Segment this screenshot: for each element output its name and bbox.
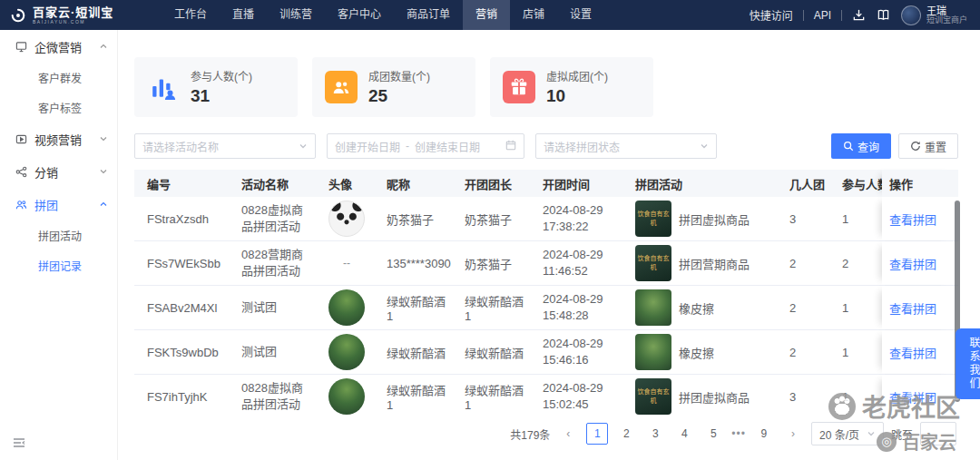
cell-product: 橡皮擦 xyxy=(679,299,714,317)
chevron-down-icon xyxy=(99,132,108,146)
page-button-4[interactable]: 4 xyxy=(673,423,695,445)
status-select-placeholder: 请选择拼团状态 xyxy=(544,139,620,154)
cell-participants: 1 xyxy=(835,197,882,240)
nav-item-workbench[interactable]: 工作台 xyxy=(162,0,220,30)
product-thumbnail: 饮食自有玄机 xyxy=(635,201,671,237)
sidebar-item-customer-tags[interactable]: 客户标签 xyxy=(0,93,117,122)
page-button-1[interactable]: 1 xyxy=(586,423,608,445)
page-button-2[interactable]: 2 xyxy=(615,423,637,445)
date-range-picker[interactable]: 创建开始日期 - 创建结束日期 xyxy=(327,133,524,159)
page-button-5[interactable]: 5 xyxy=(702,423,724,445)
nav-item-orders[interactable]: 商品订单 xyxy=(394,0,463,30)
avatar xyxy=(328,289,365,326)
nav-item-customer-center[interactable]: 客户中心 xyxy=(325,0,394,30)
col-group-size: 几人团 xyxy=(782,170,835,197)
nav-item-live[interactable]: 直播 xyxy=(220,0,267,30)
view-group-link[interactable]: 查看拼团 xyxy=(889,344,936,361)
cell-leader: 绿蚁新醅酒 xyxy=(457,330,535,374)
col-time: 开团时间 xyxy=(535,170,628,197)
next-page-button[interactable]: › xyxy=(782,423,804,445)
user-avatar xyxy=(901,5,921,25)
thumb-caption: 饮食自有玄机 xyxy=(637,254,670,272)
avatar-placeholder-text: -- xyxy=(343,257,350,269)
stat-label: 虚拟成团(个) xyxy=(546,68,608,83)
sidebar-group-video-marketing[interactable]: 视频营销 xyxy=(0,122,117,155)
view-group-link[interactable]: 查看拼团 xyxy=(889,255,936,272)
sidebar-group-wechat-marketing[interactable]: 企微营销 xyxy=(0,30,117,63)
reset-button[interactable]: 重置 xyxy=(898,133,958,159)
activity-select[interactable]: 请选择活动名称 xyxy=(134,133,316,159)
sidebar-collapse-icon[interactable] xyxy=(13,437,25,451)
divider xyxy=(841,10,842,21)
cell-time: 2024-08-29 15:02:45 xyxy=(535,375,628,416)
user-role: 短训宝商户 xyxy=(926,16,967,25)
cell-group-size: 2 xyxy=(782,241,835,285)
sidebar-group-label: 视频营销 xyxy=(34,131,82,148)
activity-select-placeholder: 请选择活动名称 xyxy=(142,139,219,154)
jump-to-input[interactable] xyxy=(920,422,956,445)
jump-to-label: 跳至 xyxy=(891,426,913,442)
contact-us-button[interactable]: 联系我们 xyxy=(956,328,980,399)
page-size-select[interactable]: 20 条/页 xyxy=(811,422,884,445)
cell-participants: 1 xyxy=(835,330,882,374)
stats-row: 参与人数(个) 31 成团数量(个) 25 虚拟成团(个) 10 xyxy=(134,57,958,117)
cell-group-size: 2 xyxy=(782,330,835,374)
stat-card-virtual-groups: 虚拟成团(个) 10 xyxy=(490,57,653,117)
page-button-3[interactable]: 3 xyxy=(644,423,666,445)
sidebar-group-label: 分销 xyxy=(34,163,58,181)
wechat-marketing-icon xyxy=(15,40,27,53)
page-ellipsis[interactable]: ••• xyxy=(731,427,746,440)
docs-icon[interactable] xyxy=(877,8,891,23)
nav-item-shop[interactable]: 店铺 xyxy=(510,0,557,30)
sidebar-group-group-buying[interactable]: 拼团 xyxy=(0,188,117,220)
sidebar-item-group-activities[interactable]: 拼团活动 xyxy=(0,220,117,250)
prev-page-button[interactable]: ‹ xyxy=(557,423,579,445)
sidebar-group-distribution[interactable]: 分销 xyxy=(0,155,117,188)
chevron-up-icon xyxy=(99,40,108,54)
col-avatar: 头像 xyxy=(321,170,379,197)
participants-chart-icon xyxy=(147,71,180,103)
cell-product: 拼团虚拟商品 xyxy=(679,388,750,406)
nav-item-settings[interactable]: 设置 xyxy=(557,0,604,30)
cell-nickname: 奶茶猫子 xyxy=(379,197,457,240)
table-row: FStraXzsdh 0828虚拟商品拼团活动 奶茶猫子 奶茶猫子 2024-0… xyxy=(134,197,958,241)
view-group-link[interactable]: 查看拼团 xyxy=(889,210,936,228)
cell-time: 2024-08-29 15:48:28 xyxy=(535,286,628,329)
user-menu[interactable]: 王瑞 短训宝商户 xyxy=(901,5,967,25)
cell-time: 2024-08-29 15:46:16 xyxy=(535,330,628,374)
stat-card-participants: 参与人数(个) 31 xyxy=(134,57,298,117)
view-group-link[interactable]: 查看拼团 xyxy=(889,299,936,317)
app-logo[interactable]: 百家云·短训宝 BAIJIAYUN.COM xyxy=(9,6,162,24)
status-select[interactable]: 请选择拼团状态 xyxy=(535,133,717,159)
cell-product: 拼团营期商品 xyxy=(679,255,750,272)
api-link[interactable]: API xyxy=(814,9,831,22)
cell-time: 2024-08-29 17:38:22 xyxy=(535,197,628,240)
download-icon[interactable] xyxy=(852,8,867,23)
nav-item-marketing[interactable]: 营销 xyxy=(463,0,510,30)
divider xyxy=(803,10,804,21)
view-group-link[interactable]: 查看拼团 xyxy=(889,388,936,406)
calendar-icon xyxy=(505,140,516,153)
stat-value: 31 xyxy=(191,86,252,106)
cell-nickname: 绿蚁新醅酒1 xyxy=(379,286,457,329)
user-name: 王瑞 xyxy=(926,5,967,16)
sidebar-item-customer-broadcast[interactable]: 客户群发 xyxy=(0,63,117,93)
nav-item-training-camp[interactable]: 训练营 xyxy=(267,0,325,30)
group-records-page: 参与人数(个) 31 成团数量(个) 25 虚拟成团(个) 10 请选择 xyxy=(118,30,980,460)
chevron-down-icon xyxy=(700,142,709,151)
search-button[interactable]: 查询 xyxy=(831,133,891,159)
thumb-caption: 饮食自有玄机 xyxy=(637,210,670,228)
cell-activity: 测试团 xyxy=(234,330,321,374)
sidebar-item-group-records[interactable]: 拼团记录 xyxy=(0,250,117,280)
cell-id: FStraXzsdh xyxy=(134,197,234,240)
cell-activity: 测试团 xyxy=(234,286,321,329)
avatar xyxy=(328,201,365,237)
cell-group-size: 3 xyxy=(782,197,835,240)
table-header-row: 编号 活动名称 头像 昵称 开团团长 开团时间 拼团活动 几人团 参与人数 操作 xyxy=(134,170,958,197)
page-button-9[interactable]: 9 xyxy=(753,423,775,445)
stat-value: 10 xyxy=(546,86,608,106)
date-start-placeholder: 创建开始日期 xyxy=(335,139,400,154)
product-thumbnail xyxy=(635,289,671,326)
quick-access-link[interactable]: 快捷访问 xyxy=(750,7,793,23)
chevron-down-icon xyxy=(99,165,108,179)
